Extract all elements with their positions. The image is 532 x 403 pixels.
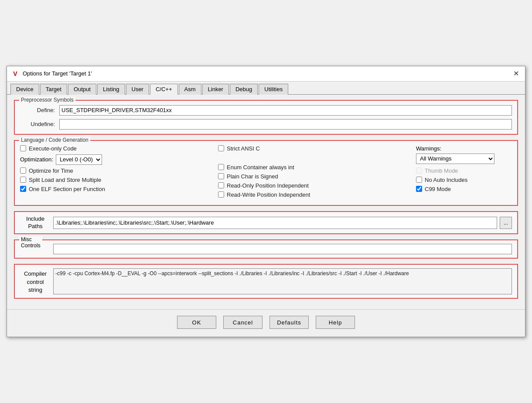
codegen-left: Execute-only Code Optimization: Level 0 … xyxy=(20,145,211,201)
tab-utilities[interactable]: Utilities xyxy=(259,84,288,95)
compiler-control-section: Compiler control string xyxy=(14,264,518,299)
preprocessor-title: Preprocessor Symbols xyxy=(19,97,75,103)
readwrite-pos-checkbox[interactable] xyxy=(218,191,224,198)
compiler-control-row: Compiler control string xyxy=(20,268,512,294)
plain-char-label: Plain Char is Signed xyxy=(227,173,278,180)
split-load-label: Split Load and Store Multiple xyxy=(29,177,101,183)
tab-device[interactable]: Device xyxy=(10,84,39,95)
optimize-time-label: Optimize for Time xyxy=(29,167,73,174)
readonly-pos-label: Read-Only Position Independent xyxy=(227,182,309,189)
readwrite-pos-row: Read-Write Position Independent xyxy=(218,191,409,198)
app-icon: V xyxy=(11,70,19,78)
tabs-bar: Device Target Output Listing User C/C++ … xyxy=(7,82,525,95)
warnings-label: Warnings: xyxy=(416,145,512,152)
include-paths-label: Include Paths xyxy=(20,215,51,230)
thumb-mode-label: Thumb Mode xyxy=(425,167,458,174)
include-paths-browse-button[interactable]: ... xyxy=(500,217,512,229)
tab-linker[interactable]: Linker xyxy=(202,84,229,95)
tab-target[interactable]: Target xyxy=(40,84,67,95)
misc-controls-input[interactable] xyxy=(53,244,512,254)
include-paths-section: Include Paths ... xyxy=(14,211,518,235)
content-area: Preprocessor Symbols Define: Undefine: L… xyxy=(7,95,525,310)
defaults-button[interactable]: Defaults xyxy=(269,316,309,329)
define-row: Define: xyxy=(20,105,512,116)
thumb-mode-checkbox xyxy=(416,167,422,174)
no-auto-includes-checkbox[interactable] xyxy=(416,177,422,183)
enum-container-row: Enum Container always int xyxy=(218,164,409,171)
optimize-time-checkbox[interactable] xyxy=(20,167,26,174)
tab-listing[interactable]: Listing xyxy=(97,84,125,95)
no-auto-includes-label: No Auto Includes xyxy=(425,177,467,183)
compiler-control-label: Compiler control string xyxy=(20,268,51,294)
optimization-label: Optimization: xyxy=(20,156,53,163)
compiler-control-textarea[interactable] xyxy=(53,268,512,294)
ok-button[interactable]: OK xyxy=(177,316,216,329)
optimization-row: Optimization: Level 0 (-O0)Level 1 (-O1)… xyxy=(20,154,211,165)
include-paths-input[interactable] xyxy=(53,217,497,229)
optimization-select[interactable]: Level 0 (-O0)Level 1 (-O1)Level 2 (-O2)L… xyxy=(56,154,102,165)
undefine-label: Undefine: xyxy=(20,121,55,127)
define-label: Define: xyxy=(20,107,55,113)
split-load-checkbox[interactable] xyxy=(20,177,26,183)
main-dialog: V Options for Target 'Target 1' ✕ Device… xyxy=(7,66,525,338)
define-input[interactable] xyxy=(59,105,512,116)
optimize-time-row: Optimize for Time xyxy=(20,167,211,174)
tab-output[interactable]: Output xyxy=(68,84,96,95)
misc-controls-title: Misc Controls xyxy=(19,236,42,249)
preprocessor-section: Preprocessor Symbols Define: Undefine: xyxy=(14,100,518,135)
readonly-pos-checkbox[interactable] xyxy=(218,182,224,188)
misc-controls-section: Misc Controls xyxy=(14,239,518,259)
c99-mode-row: C99 Mode xyxy=(416,186,512,192)
footer: OK Cancel Defaults Help xyxy=(7,309,525,337)
one-elf-checkbox[interactable] xyxy=(20,186,26,192)
tab-debug[interactable]: Debug xyxy=(230,84,258,95)
language-section: Language / Code Generation Execute-only … xyxy=(14,140,518,206)
c99-mode-label: C99 Mode xyxy=(425,186,451,192)
codegen-right: Warnings: All WarningsNo WarningsUnspeci… xyxy=(416,145,512,201)
window-title: Options for Target 'Target 1' xyxy=(23,70,92,77)
cancel-button[interactable]: Cancel xyxy=(223,316,263,329)
title-bar-left: V Options for Target 'Target 1' xyxy=(11,70,92,78)
warnings-select[interactable]: All WarningsNo WarningsUnspecified xyxy=(416,154,494,164)
strict-ansi-row: Strict ANSI C xyxy=(218,145,409,152)
strict-ansi-label: Strict ANSI C xyxy=(227,145,260,152)
include-paths-row: Include Paths ... xyxy=(20,215,512,230)
help-button[interactable]: Help xyxy=(316,316,355,329)
language-title: Language / Code Generation xyxy=(19,137,90,143)
one-elf-row: One ELF Section per Function xyxy=(20,186,211,192)
enum-container-label: Enum Container always int xyxy=(227,164,294,171)
execute-only-checkbox[interactable] xyxy=(20,145,26,151)
close-button[interactable]: ✕ xyxy=(511,69,521,79)
c99-mode-checkbox[interactable] xyxy=(416,186,422,192)
one-elf-label: One ELF Section per Function xyxy=(29,186,105,192)
undefine-input[interactable] xyxy=(59,119,512,130)
readonly-pos-row: Read-Only Position Independent xyxy=(218,182,409,189)
tab-asm[interactable]: Asm xyxy=(179,84,201,95)
execute-only-row: Execute-only Code xyxy=(20,145,211,152)
misc-controls-row xyxy=(20,244,512,254)
strict-ansi-checkbox[interactable] xyxy=(218,145,224,151)
thumb-mode-row: Thumb Mode xyxy=(416,167,512,174)
no-auto-includes-row: No Auto Includes xyxy=(416,177,512,183)
plain-char-row: Plain Char is Signed xyxy=(218,173,409,180)
split-load-row: Split Load and Store Multiple xyxy=(20,177,211,183)
enum-container-checkbox[interactable] xyxy=(218,164,224,170)
title-bar: V Options for Target 'Target 1' ✕ xyxy=(7,66,525,82)
tab-ccpp[interactable]: C/C++ xyxy=(150,84,178,95)
undefine-row: Undefine: xyxy=(20,119,512,130)
plain-char-checkbox[interactable] xyxy=(218,173,224,179)
tab-user[interactable]: User xyxy=(126,84,149,95)
codegen-middle: Strict ANSI C Enum Container always int … xyxy=(218,145,409,201)
readwrite-pos-label: Read-Write Position Independent xyxy=(227,191,310,198)
execute-only-label: Execute-only Code xyxy=(29,145,77,152)
codegen-columns: Execute-only Code Optimization: Level 0 … xyxy=(20,145,512,201)
